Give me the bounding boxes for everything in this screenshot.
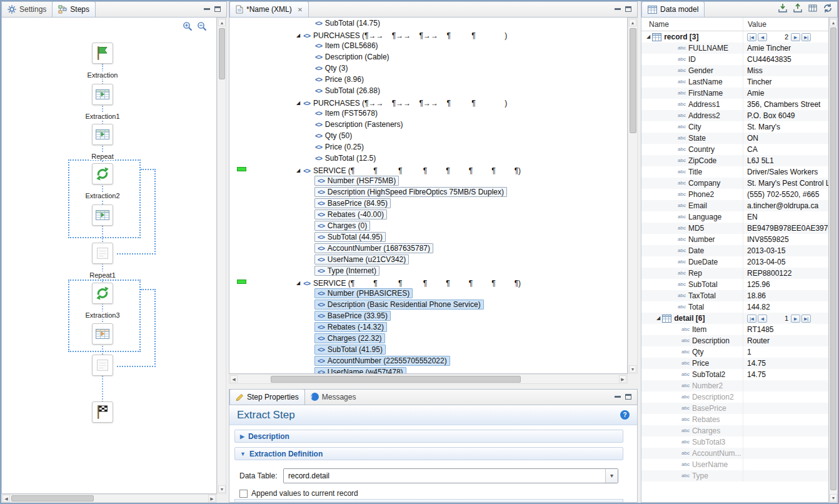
data-model-field-row[interactable]: abcNumberINV8559825 [641, 234, 828, 245]
workflow-step-extraction-table-orange[interactable] [92, 323, 113, 345]
scroll-thumb[interactable] [830, 28, 836, 490]
data-model-field-row[interactable]: abcGenderMiss [641, 65, 828, 76]
data-model-field-row[interactable]: abcAccountNum... [641, 448, 828, 459]
tab-settings[interactable]: Settings [2, 1, 52, 17]
xml-node-row[interactable]: ◢<>PURCHASES (¶→→ ¶→→ ¶→→ ¶ ¶ ) [229, 96, 627, 108]
xml-node-row[interactable]: <>SubTotal (14.75) [229, 18, 627, 29]
data-model-field-row[interactable]: abcTotal144.82 [641, 301, 828, 313]
expand-triangle[interactable]: ◢ [656, 313, 660, 324]
xml-node-row[interactable]: <>SubTotal (41.95) [229, 344, 627, 355]
xml-node-row[interactable]: <>Rebates (-14.32) [229, 321, 627, 333]
section-extraction-definition[interactable]: ▼ Extraction Definition [234, 447, 623, 460]
data-model-field-row[interactable]: abcFirstNameAmie [641, 88, 828, 99]
xml-vertical-scrollbar[interactable]: ▲ ▼ [628, 18, 638, 374]
scroll-down-arrow[interactable]: ▼ [830, 494, 837, 501]
workflow-step-Extraction[interactable] [92, 43, 113, 64]
data-model-field-row[interactable]: abcFULLNAMEAmie Tincher [641, 43, 828, 54]
data-model-field-row[interactable]: abcDate2013-03-15 [641, 245, 828, 256]
tab-messages[interactable]: i Messages [305, 389, 362, 405]
next-record-button[interactable]: ▶ [791, 33, 800, 41]
combo-dropdown-arrow[interactable]: ▾ [605, 469, 618, 483]
import-data-model-icon[interactable] [777, 3, 788, 14]
xml-node-row[interactable]: <>Qty (50) [229, 130, 627, 141]
scroll-left-arrow[interactable]: ◀ [3, 495, 10, 502]
append-values-checkbox[interactable] [239, 490, 248, 498]
data-model-field-row[interactable]: abcRepREP8800122 [641, 268, 828, 279]
data-model-field-row[interactable]: abcZipCodeL6J 5L1 [641, 155, 828, 166]
column-header-name[interactable]: Name [641, 18, 743, 31]
xml-node-row[interactable]: <>Charges (0) [229, 220, 627, 231]
zoom-in-icon[interactable] [182, 21, 193, 32]
data-model-field-row[interactable]: abcRebates [641, 414, 828, 425]
workflow-step-Repeat1[interactable] [92, 243, 113, 264]
xml-node-row[interactable]: <>Item (FST5678) [229, 108, 627, 119]
workflow-step-Extraction1[interactable] [92, 84, 113, 105]
data-model-field-row[interactable]: abcSubTotal3 [641, 436, 828, 448]
grid-view-icon[interactable] [807, 3, 818, 14]
data-model-field-row[interactable]: abcItemRT1485 [641, 324, 828, 335]
help-icon[interactable]: ? [620, 410, 630, 420]
last-record-button[interactable]: ▶| [801, 315, 811, 323]
previous-record-button[interactable]: ◀ [758, 315, 767, 323]
steps-horizontal-scrollbar[interactable]: ◀ ▶ [1, 494, 217, 503]
data-model-field-row[interactable]: abcStateON [641, 133, 828, 144]
scroll-up-arrow[interactable]: ▲ [629, 19, 636, 26]
scroll-down-arrow[interactable]: ▼ [629, 365, 636, 373]
data-model-vertical-scrollbar[interactable]: ▲ ▼ [829, 18, 838, 503]
first-record-button[interactable]: |◀ [747, 33, 756, 41]
scroll-right-arrow[interactable]: ▶ [619, 375, 626, 383]
data-model-field-row[interactable]: abcType [641, 470, 828, 481]
section-description[interactable]: ▶ Description [234, 430, 623, 443]
xml-node-row[interactable]: <>Number (PHBASICRES) [229, 288, 627, 299]
data-model-field-row[interactable]: abcPrice14.75 [641, 358, 828, 369]
data-model-field-row[interactable]: abcLanguageEN [641, 211, 828, 223]
scroll-thumb[interactable] [630, 28, 636, 133]
xml-node-row[interactable]: <>Charges (22.32) [229, 333, 627, 344]
xml-node-row[interactable]: <>Type (Internet) [229, 265, 627, 276]
data-model-field-row[interactable]: abcCharges [641, 425, 828, 436]
workflow-step-finish-flag[interactable] [92, 401, 113, 423]
xml-node-row[interactable]: <>UserName (w457t478) [229, 366, 627, 374]
data-model-field-row[interactable]: abcUserName [641, 459, 828, 470]
data-model-field-row[interactable]: abcIDCU44643835 [641, 54, 828, 65]
xml-node-row[interactable]: <>Item (CBL5686) [229, 40, 627, 51]
data-model-field-row[interactable]: abcDescription2 [641, 391, 828, 403]
xml-node-row[interactable]: <>UserName (u21CV342) [229, 254, 627, 265]
data-model-field-row[interactable]: abcAddress1356, Chambers Street [641, 99, 828, 110]
data-model-group-row[interactable]: ◢detail [6]|◀◀1▶▶| [641, 313, 828, 324]
expand-triangle[interactable]: ◢ [646, 31, 650, 43]
data-model-group-row[interactable]: ◢record [3]|◀◀2▶▶| [641, 31, 828, 43]
minimize-icon[interactable] [204, 8, 210, 10]
xml-node-row[interactable]: <>Description (HighSpeed FibreOptics 75M… [229, 186, 627, 198]
minimize-icon[interactable] [615, 8, 621, 10]
tab-xml-data[interactable]: *Name (XML) ✕ [229, 1, 309, 17]
data-model-field-row[interactable]: abcAddress2P.O. Box 6049 [641, 110, 828, 121]
xml-node-row[interactable]: <>SubTotal (26.88) [229, 85, 627, 96]
close-icon[interactable]: ✕ [298, 6, 303, 13]
data-model-field-row[interactable]: abcMD5BE9479B978EE0AE397083... [641, 223, 828, 234]
workflow-step-extraction-table[interactable] [92, 204, 113, 226]
data-model-field-row[interactable]: abcTitleDriver/Sales Workers [641, 166, 828, 178]
export-data-model-icon[interactable] [792, 3, 803, 14]
column-header-value[interactable]: Value [743, 20, 766, 29]
xml-node-row[interactable]: <>SubTotal (44.95) [229, 231, 627, 243]
workflow-step-Repeat[interactable] [92, 124, 113, 145]
scroll-up-arrow[interactable]: ▲ [830, 19, 837, 26]
tab-steps[interactable]: Steps [52, 1, 96, 17]
xml-node-row[interactable]: <>Rebates (-40.00) [229, 209, 627, 220]
xml-horizontal-scrollbar[interactable]: ◀ ▶ [229, 374, 628, 384]
workflow-step-condition[interactable] [92, 355, 113, 376]
data-model-field-row[interactable]: abcCountryCA [641, 144, 828, 155]
xml-node-row[interactable]: ◢<>SERVICE (¶ ¶ ¶ ¶ ¶ ¶ ¶ ¶) [229, 164, 627, 175]
data-model-field-row[interactable]: abcQty1 [641, 346, 828, 358]
steps-vertical-scrollbar[interactable]: ▲ ▼ [217, 18, 226, 494]
xml-node-row[interactable]: <>Description (Basic Residential Phone S… [229, 299, 627, 310]
data-model-field-row[interactable]: abcSubTotal214.75 [641, 369, 828, 380]
previous-record-button[interactable]: ◀ [758, 33, 767, 41]
data-model-field-row[interactable]: abcNumber2 [641, 380, 828, 391]
maximize-icon[interactable] [625, 6, 631, 12]
data-model-field-row[interactable]: abcLastNameTincher [641, 76, 828, 88]
workflow-step-Extraction2[interactable] [92, 163, 113, 184]
scroll-up-arrow[interactable]: ▲ [218, 19, 226, 26]
xml-node-row[interactable]: <>Description (Cable) [229, 51, 627, 63]
